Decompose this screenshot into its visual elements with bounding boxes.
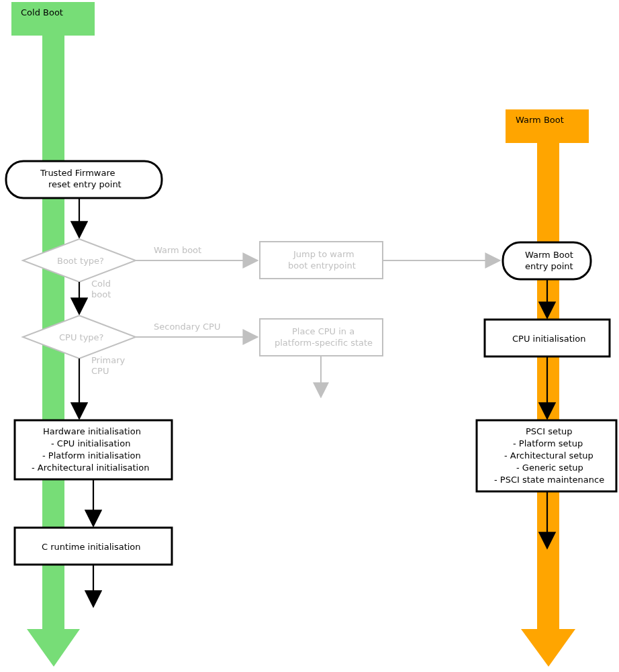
svg-rect-4 [537,143,559,629]
trusted-firmware-line2: reset entry point [48,179,122,189]
node-boot-type: Boot type? [23,239,136,282]
node-hardware-init: Hardware initialisation - CPU initialisa… [15,420,172,479]
secondary-cpu-branch-label: Secondary CPU [154,322,220,332]
boot-type-label: Boot type? [57,256,104,266]
hw-init-line3: - Platform initialisation [42,450,141,461]
c-runtime-label: C runtime initialisation [42,542,141,552]
node-jump-warm: Jump to warm boot entrypoint [260,242,383,279]
node-cpu-type: CPU type? [23,316,136,358]
hw-init-line2: - CPU initialisation [51,438,130,448]
warm-boot-branch-label: Warm boot [154,245,201,255]
psci-line4: - Generic setup [516,463,583,473]
node-place-cpu: Place CPU in a platform-specific state [260,319,383,356]
psci-line3: - Architectural setup [504,450,593,461]
node-warm-entry: Warm Boot entry point [503,242,591,279]
cold-boot-branch-label2: boot [91,289,111,299]
hw-init-line4: - Architectural initialisation [32,463,149,473]
svg-marker-5 [521,629,575,667]
flowchart: Cold Boot Warm Boot Trusted Firmware res… [0,0,619,672]
warm-entry-line2: entry point [525,261,573,271]
cold-boot-header: Cold Boot [21,7,63,17]
node-trusted-firmware: Trusted Firmware reset entry point [6,161,162,198]
trusted-firmware-line1: Trusted Firmware [40,168,115,178]
psci-line1: PSCI setup [526,426,573,436]
jump-warm-line2: boot entrypoint [288,260,356,271]
warm-cpu-init-label: CPU initialisation [512,334,586,344]
node-psci-setup: PSCI setup - Platform setup - Architectu… [477,420,616,491]
svg-marker-2 [27,629,80,667]
primary-cpu-branch-label2: CPU [91,366,109,376]
warm-boot-header: Warm Boot [516,115,564,125]
psci-line2: - Platform setup [513,438,583,448]
place-cpu-line2: platform-specific state [275,338,373,348]
node-warm-cpu-init: CPU initialisation [485,320,610,356]
node-c-runtime: C runtime initialisation [15,528,172,565]
place-cpu-line1: Place CPU in a [292,326,354,336]
hw-init-line1: Hardware initialisation [43,426,141,436]
cpu-type-label: CPU type? [59,332,104,342]
primary-cpu-branch-label1: Primary [91,355,126,365]
jump-warm-line1: Jump to warm [293,249,354,259]
cold-boot-branch-label1: Cold [91,279,111,289]
psci-line5: - PSCI state maintenance [494,475,604,485]
warm-entry-line1: Warm Boot [525,250,573,260]
